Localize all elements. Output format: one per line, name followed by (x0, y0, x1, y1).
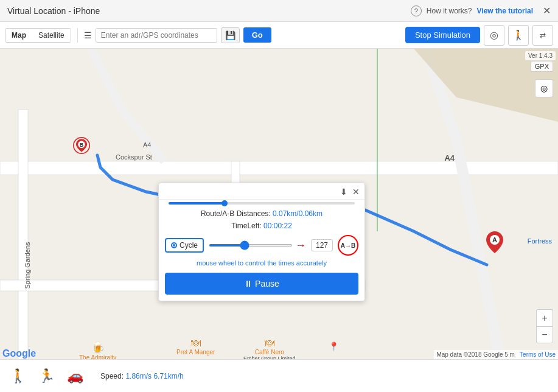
a4-label: A4 (444, 153, 455, 163)
app-title: Virtual Location - iPhone (7, 6, 100, 16)
walk-mode-button[interactable]: 🚶 (508, 25, 529, 46)
marker-b: B (73, 137, 90, 159)
route-panel: ⬇ ✕ Route/A-B Distances: 0.07km/0.06km T… (158, 183, 365, 301)
fortress-label: Fortress (528, 237, 552, 245)
speed-value: 127 (311, 239, 333, 251)
progress-fill (169, 202, 225, 205)
walk-mode-icon[interactable]: 🚶 (10, 368, 26, 384)
speed-slider[interactable] (209, 244, 293, 247)
version-badge: Ver 1.4.3 (525, 51, 556, 60)
terms-link[interactable]: Terms of Use (520, 351, 556, 358)
cockspur-st-label: Cockspur St (116, 153, 152, 161)
compass-button[interactable]: ◎ (484, 25, 504, 46)
tutorial-link[interactable]: View the tutorial (477, 7, 533, 15)
walk-icon: 🚶 (512, 29, 525, 41)
panel-header: ⬇ ✕ (159, 183, 364, 200)
progress-bar (169, 202, 355, 205)
gpx-label[interactable]: GPX (531, 61, 553, 72)
cycle-button[interactable]: Cycle (165, 238, 204, 253)
stop-simulation-button[interactable]: Stop Simulation (405, 27, 480, 43)
speed-arrow: → (295, 239, 306, 252)
zoom-in-button[interactable]: + (536, 309, 553, 326)
go-button[interactable]: Go (243, 27, 271, 43)
svg-text:A: A (492, 236, 497, 243)
svg-rect-0 (0, 161, 558, 175)
side-target-btn[interactable]: ◎ (535, 79, 553, 97)
spring-gardens-label: Spring Gardens (24, 242, 31, 289)
run-mode-icon[interactable]: 🏃 (38, 368, 55, 384)
panel-timeleft: TimeLeft: 00:00:22 (159, 219, 364, 231)
pause-button[interactable]: ⏸ Pause (165, 273, 358, 295)
how-it-works-text: How it works? (427, 7, 472, 15)
map-area[interactable]: Cockspur St A4 A4 Spring Gardens 🍺 The A… (0, 49, 558, 392)
divider (77, 28, 78, 43)
list-icon: ☰ (84, 30, 92, 40)
share-icon: ⇄ (540, 31, 546, 40)
zoom-controls: + − (536, 309, 553, 343)
share-button[interactable]: ⇄ (532, 25, 553, 46)
toolbar: Map Satellite ☰ 💾 Go Stop Simulation ◎ 🚶… (0, 22, 558, 49)
titlebar: Virtual Location - iPhone ? How it works… (0, 0, 558, 22)
zoom-out-button[interactable]: − (536, 326, 553, 343)
map-tab[interactable]: Map (5, 29, 32, 42)
map-tab-group: Map Satellite (5, 28, 71, 43)
satellite-tab[interactable]: Satellite (32, 29, 71, 42)
download-button[interactable]: ⬇ (340, 187, 347, 197)
download-icon: ⬇ (340, 187, 347, 197)
speed-bar: 🚶 🏃 🚗 Speed: 1.86m/s 6.71km/h (0, 359, 558, 392)
ember-poi: 📍 (329, 341, 339, 352)
panel-close-button[interactable]: ✕ (352, 187, 360, 197)
progress-container (159, 200, 364, 207)
car-mode-icon[interactable]: 🚗 (67, 368, 83, 384)
cycle-radio (171, 242, 177, 248)
progress-dot (221, 200, 228, 206)
pret-poi: 🍽 Pret A Manger (176, 338, 215, 355)
address-input[interactable] (96, 28, 217, 43)
marker-a: A (486, 231, 503, 253)
admiralty-poi: 🍺 The Admiralty (79, 341, 116, 361)
compass-icon: ◎ (490, 29, 498, 41)
mouse-hint: mouse wheel to control the times accurat… (159, 259, 364, 269)
svg-text:B: B (80, 142, 84, 148)
titlebar-right: ? How it works? View the tutorial ✕ (411, 5, 551, 16)
save-button[interactable]: 💾 (221, 27, 240, 43)
ab-direction-button[interactable]: A→B (338, 235, 358, 256)
speed-display: Speed: 1.86m/s 6.71km/h (100, 372, 184, 380)
caffe-poi: 🍽 Caffè Nero Ember Group Limited (243, 338, 296, 362)
panel-distances: Route/A-B Distances: 0.07km/0.06km (159, 207, 364, 219)
close-icon: ✕ (352, 187, 360, 197)
a4-small-label: A4 (143, 141, 151, 149)
panel-controls: Cycle → 127 A→B (159, 231, 364, 259)
google-logo: Google (2, 348, 36, 359)
close-button[interactable]: ✕ (543, 5, 551, 16)
help-icon[interactable]: ? (411, 5, 422, 16)
map-attribution: Map data ©2018 Google 5 m Terms of Use (434, 350, 558, 359)
